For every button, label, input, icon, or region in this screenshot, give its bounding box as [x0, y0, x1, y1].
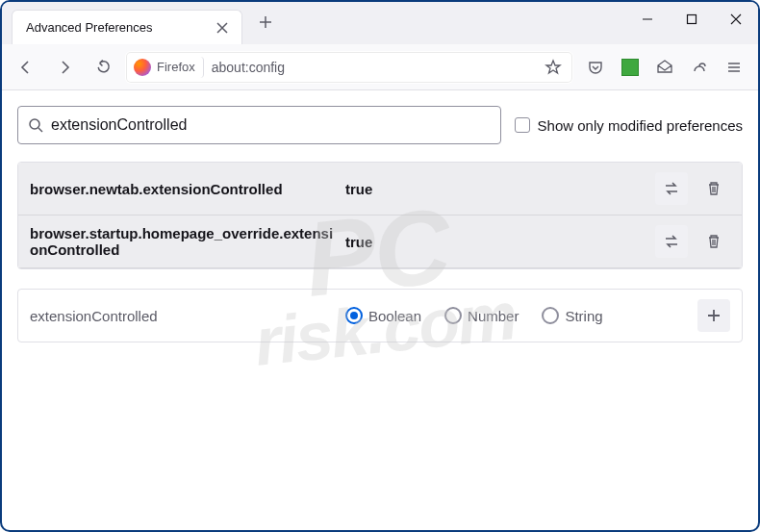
search-row: Show only modified preferences	[17, 106, 743, 144]
extension-icon[interactable]	[614, 51, 646, 84]
close-window-button[interactable]	[714, 2, 758, 37]
checkbox-label: Show only modified preferences	[538, 117, 743, 134]
pocket-icon[interactable]	[579, 51, 612, 84]
page-content: Show only modified preferences browser.n…	[2, 90, 758, 358]
tab-strip: Advanced Preferences	[12, 2, 281, 44]
tab-label: Advanced Preferences	[26, 20, 211, 35]
preference-row[interactable]: browser.startup.homepage_override.extens…	[18, 215, 742, 268]
search-input[interactable]	[51, 116, 491, 134]
new-preference-row: extensionControlled Boolean Number Strin…	[17, 289, 743, 342]
preference-value: true	[345, 181, 647, 197]
browser-toolbar: Firefox about:config	[2, 44, 758, 90]
minimize-button[interactable]	[625, 2, 670, 37]
titlebar: Advanced Preferences	[2, 2, 758, 44]
forward-button[interactable]	[48, 51, 81, 84]
bookmark-star-icon[interactable]	[540, 54, 567, 81]
site-identity[interactable]: Firefox	[132, 57, 204, 78]
reload-button[interactable]	[87, 51, 119, 84]
radio-icon	[444, 307, 462, 324]
search-box[interactable]	[17, 106, 501, 144]
preference-name: browser.newtab.extensionControlled	[30, 181, 338, 197]
identity-label: Firefox	[157, 60, 195, 74]
delete-button[interactable]	[697, 225, 730, 258]
radio-boolean[interactable]: Boolean	[345, 307, 421, 324]
radio-number[interactable]: Number	[444, 307, 519, 324]
svg-rect-0	[688, 15, 697, 24]
preference-name: browser.startup.homepage_override.extens…	[30, 225, 338, 258]
type-radio-group: Boolean Number String	[345, 307, 690, 324]
preference-row[interactable]: browser.newtab.extensionControlled true	[18, 163, 742, 215]
new-preference-name: extensionControlled	[30, 308, 338, 324]
new-tab-button[interactable]	[250, 7, 281, 38]
close-tab-icon[interactable]	[211, 16, 234, 39]
radio-icon	[345, 307, 363, 324]
back-button[interactable]	[10, 51, 42, 84]
radio-label: Boolean	[368, 308, 421, 324]
preference-actions	[655, 225, 730, 258]
preference-value: true	[345, 234, 647, 250]
tab-advanced-preferences[interactable]: Advanced Preferences	[12, 10, 242, 44]
checkbox-icon	[515, 117, 530, 133]
svg-point-1	[30, 119, 39, 129]
radio-label: String	[565, 308, 602, 324]
maximize-button[interactable]	[670, 2, 714, 37]
preference-list: browser.newtab.extensionControlled true …	[17, 162, 743, 269]
delete-button[interactable]	[697, 172, 730, 205]
radio-label: Number	[468, 308, 519, 324]
show-modified-checkbox[interactable]: Show only modified preferences	[515, 117, 743, 134]
window-controls	[625, 2, 758, 44]
toolbar-right	[579, 51, 750, 84]
radio-icon	[542, 307, 559, 324]
new-preference-actions	[697, 299, 730, 332]
preference-actions	[655, 172, 730, 205]
url-text: about:config	[212, 60, 532, 75]
address-bar[interactable]: Firefox about:config	[125, 51, 573, 84]
overflow-icon[interactable]	[683, 51, 716, 84]
add-button[interactable]	[697, 299, 730, 332]
menu-button[interactable]	[718, 51, 750, 84]
toggle-button[interactable]	[655, 225, 688, 258]
radio-string[interactable]: String	[542, 307, 602, 324]
firefox-logo-icon	[134, 59, 151, 76]
search-icon	[28, 117, 43, 133]
toggle-button[interactable]	[655, 172, 688, 205]
account-icon[interactable]	[648, 51, 681, 84]
